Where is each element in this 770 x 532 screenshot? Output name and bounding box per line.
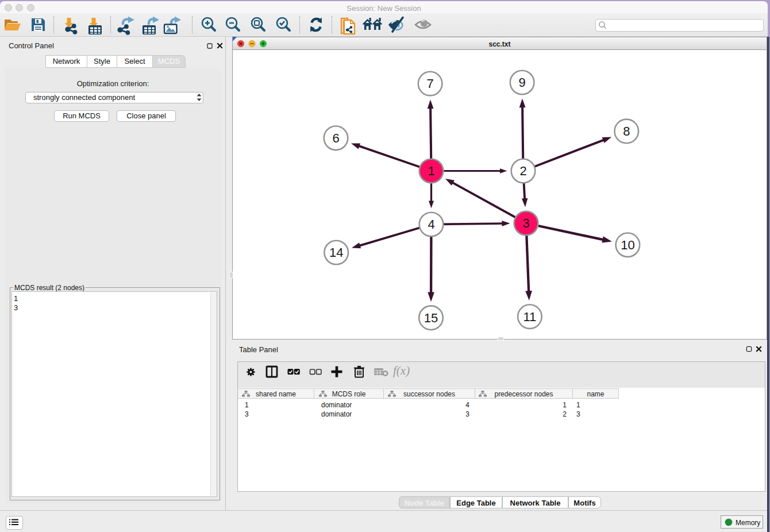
svg-text:15: 15 (424, 311, 438, 325)
svg-text:1: 1 (428, 164, 434, 178)
svg-text:4: 4 (428, 217, 434, 232)
svg-text:14: 14 (329, 245, 343, 260)
svg-text:6: 6 (332, 131, 339, 145)
svg-text:11: 11 (523, 310, 536, 324)
svg-text:2: 2 (519, 164, 526, 178)
svg-text:8: 8 (623, 124, 630, 138)
svg-text:10: 10 (621, 238, 634, 252)
svg-text:9: 9 (518, 75, 525, 90)
svg-text:7: 7 (426, 76, 433, 91)
svg-text:3: 3 (522, 216, 529, 230)
